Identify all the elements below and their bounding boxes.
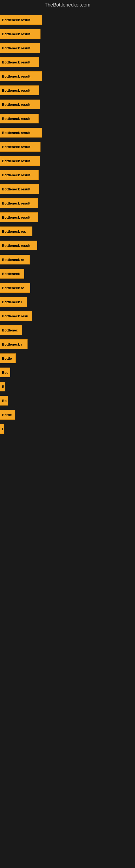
- bar-row: Bottlenec: [0, 323, 135, 337]
- bar-label: Bottleneck result: [2, 74, 30, 79]
- result-bar[interactable]: Bottleneck res: [0, 226, 32, 236]
- result-bar[interactable]: B: [0, 424, 4, 434]
- result-bar[interactable]: Bottleneck result: [0, 99, 40, 109]
- result-bar[interactable]: Bottleneck result: [0, 184, 39, 194]
- bar-label: Bottleneck result: [2, 88, 30, 93]
- result-bar[interactable]: Bottleneck result: [0, 128, 42, 137]
- bar-row: Bottleneck re: [0, 252, 135, 267]
- bar-row: Bottleneck result: [0, 112, 135, 126]
- bar-row: B: [0, 422, 135, 436]
- site-title: TheBottlenecker.com: [0, 0, 135, 10]
- bar-label: Bottlenec: [2, 328, 18, 332]
- bar-label: Bottle: [2, 356, 12, 361]
- bar-label: B: [2, 427, 3, 431]
- result-bar[interactable]: Bottleneck result: [0, 86, 39, 95]
- result-bar[interactable]: Bottle: [0, 353, 16, 363]
- result-bar[interactable]: Bo: [0, 396, 8, 405]
- bar-row: Bottleneck: [0, 267, 135, 281]
- result-bar[interactable]: Bottleneck resu: [0, 311, 32, 321]
- result-bar[interactable]: Bot: [0, 368, 10, 377]
- bar-row: B: [0, 379, 135, 394]
- bar-row: Bottleneck result: [0, 97, 135, 112]
- bar-row: Bottleneck result: [0, 168, 135, 182]
- result-bar[interactable]: Bottleneck result: [0, 15, 42, 25]
- bar-label: Bottleneck result: [2, 46, 30, 50]
- result-bar[interactable]: Bottleneck r: [0, 297, 27, 307]
- result-bar[interactable]: Bottleneck result: [0, 198, 38, 208]
- bars-container: Bottleneck resultBottleneck resultBottle…: [0, 10, 135, 439]
- bar-row: Bottleneck resu: [0, 309, 135, 323]
- bar-row: Bottle: [0, 408, 135, 422]
- bar-label: Bottleneck result: [2, 18, 30, 22]
- result-bar[interactable]: Bottleneck result: [0, 241, 37, 250]
- bar-row: Bottleneck r: [0, 337, 135, 351]
- result-bar[interactable]: Bottle: [0, 410, 15, 420]
- bar-label: Bottleneck re: [2, 286, 24, 290]
- bar-label: Bottleneck r: [2, 342, 22, 346]
- bar-row: Bottleneck result: [0, 41, 135, 55]
- result-bar[interactable]: Bottleneck re: [0, 283, 30, 293]
- site-title-text: TheBottlenecker.com: [45, 2, 90, 8]
- result-bar[interactable]: Bottleneck result: [0, 142, 41, 152]
- bar-row: Bottleneck result: [0, 69, 135, 83]
- bar-label: Bottleneck: [2, 272, 20, 276]
- result-bar[interactable]: Bottleneck result: [0, 43, 40, 53]
- result-bar[interactable]: Bottleneck r: [0, 339, 28, 349]
- bar-row: Bottleneck result: [0, 55, 135, 69]
- bar-label: Bottleneck result: [2, 117, 30, 121]
- bar-row: Bottleneck result: [0, 126, 135, 140]
- result-bar[interactable]: Bottleneck result: [0, 170, 39, 180]
- result-bar[interactable]: Bottleneck result: [0, 71, 42, 81]
- bar-label: Bottleneck re: [2, 258, 24, 262]
- bar-label: Bottleneck result: [2, 131, 30, 135]
- bar-row: Bottleneck result: [0, 154, 135, 168]
- bar-row: Bottleneck result: [0, 196, 135, 210]
- bar-label: Bottleneck result: [2, 60, 30, 64]
- bar-label: Bottleneck result: [2, 102, 30, 106]
- result-bar[interactable]: Bottleneck result: [0, 114, 39, 123]
- bar-row: Bottleneck result: [0, 13, 135, 27]
- bar-row: Bottleneck res: [0, 224, 135, 239]
- bar-label: Bottleneck result: [2, 145, 30, 149]
- bar-row: Bottleneck result: [0, 182, 135, 196]
- bar-label: Bottle: [2, 413, 12, 417]
- bar-label: Bottleneck result: [2, 32, 30, 36]
- bar-label: Bottleneck result: [2, 187, 30, 191]
- result-bar[interactable]: Bottleneck result: [0, 57, 39, 67]
- result-bar[interactable]: Bottleneck result: [0, 156, 40, 166]
- bar-label: Bottleneck result: [2, 159, 30, 163]
- bar-row: Bottleneck result: [0, 239, 135, 252]
- bar-row: Bottle: [0, 351, 135, 365]
- bar-row: Bottleneck result: [0, 27, 135, 41]
- result-bar[interactable]: Bottleneck result: [0, 29, 41, 39]
- bar-label: Bottleneck res: [2, 229, 26, 234]
- bar-label: Bottleneck result: [2, 173, 30, 177]
- bar-label: Bo: [2, 399, 6, 403]
- bar-row: Bottleneck result: [0, 140, 135, 154]
- bar-row: Bottleneck result: [0, 210, 135, 224]
- bar-row: Bottleneck r: [0, 295, 135, 309]
- bar-label: Bot: [2, 371, 8, 375]
- bar-row: Bottleneck result: [0, 83, 135, 97]
- bar-label: B: [2, 384, 4, 389]
- bar-label: Bottleneck r: [2, 300, 22, 304]
- bar-label: Bottleneck result: [2, 215, 30, 219]
- result-bar[interactable]: Bottleneck: [0, 269, 24, 279]
- bar-label: Bottleneck result: [2, 201, 30, 205]
- bar-label: Bottleneck resu: [2, 314, 28, 318]
- bar-label: Bottleneck result: [2, 244, 30, 248]
- result-bar[interactable]: B: [0, 382, 5, 392]
- result-bar[interactable]: Bottleneck result: [0, 212, 38, 222]
- result-bar[interactable]: Bottleneck re: [0, 255, 30, 265]
- bar-row: Bot: [0, 365, 135, 379]
- bar-row: Bo: [0, 394, 135, 408]
- result-bar[interactable]: Bottlenec: [0, 325, 22, 335]
- bar-row: Bottleneck re: [0, 281, 135, 295]
